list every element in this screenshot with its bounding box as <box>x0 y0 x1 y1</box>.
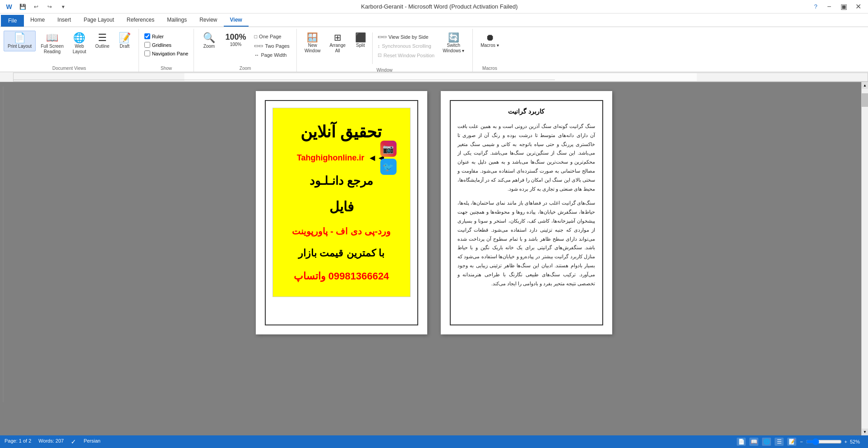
save-quick-btn[interactable]: 💾 <box>17 2 28 12</box>
reset-window-position-button[interactable]: ⊡ Reset Window Position <box>374 51 438 59</box>
switch-windows-button[interactable]: 🔄 SwitchWindows ▾ <box>439 31 468 56</box>
status-bar-left: Page: 1 of 2 Words: 207 ✓ Persian <box>5 438 101 445</box>
show-content: Ruler Gridlines Navigation Pane <box>143 29 190 64</box>
reset-window-label: Reset Window Position <box>383 53 434 58</box>
poster-title: تحقیق آنلاین <box>300 123 382 142</box>
zoom-out-btn[interactable]: − <box>800 439 803 444</box>
scroll-down-arrow[interactable]: ▼ <box>862 429 868 435</box>
tab-references[interactable]: References <box>120 14 161 27</box>
synchronous-scrolling-button[interactable]: ↕ Synchronous Scrolling <box>374 42 438 50</box>
redo-quick-btn[interactable]: ↪ <box>44 2 55 12</box>
scroll-track[interactable] <box>862 89 868 429</box>
split-label: Split <box>356 43 365 48</box>
macros-button[interactable]: ⏺ Macros ▾ <box>476 31 503 50</box>
zoom-slider-input[interactable] <box>806 438 842 445</box>
macros-icon: ⏺ <box>485 33 494 42</box>
one-page-button[interactable]: □ One Page <box>251 32 292 41</box>
full-screen-label: Full ScreenReading <box>41 44 64 55</box>
window-separator <box>372 32 373 64</box>
poster-url: Tahghighonline.ir <box>297 153 365 163</box>
window-content: 🪟 NewWindow ⊞ ArrangeAll ⬛ Split ▭▭ View… <box>300 29 469 66</box>
gridlines-checkbox[interactable]: Gridlines <box>143 41 190 49</box>
tab-view[interactable]: View <box>224 14 249 27</box>
title-bar-left: W 💾 ↩ ↪ ▾ <box>4 2 69 12</box>
show-checkboxes: Ruler Gridlines Navigation Pane <box>143 31 190 57</box>
full-screen-status-btn[interactable]: 📖 <box>749 438 758 446</box>
new-window-button[interactable]: 🪟 NewWindow <box>300 31 325 56</box>
navigation-pane-label: Navigation Pane <box>152 51 189 56</box>
outline-status-btn[interactable]: ☰ <box>775 438 784 446</box>
ruler-check-input[interactable] <box>144 33 150 39</box>
split-button[interactable]: ⬛ Split <box>351 31 370 50</box>
page2-paragraph1: سنگ گرانیت گونه‌ای سنگ آذرین درونی است و… <box>457 122 596 193</box>
ribbon-group-macros: ⏺ Macros ▾ Macros <box>473 29 507 72</box>
outline-button[interactable]: ☰ Outline <box>91 31 114 51</box>
one-page-label: One Page <box>259 34 282 39</box>
switch-windows-icon: 🔄 <box>448 33 459 42</box>
proofing-icon: ✓ <box>71 438 76 445</box>
navigation-pane-checkbox[interactable]: Navigation Pane <box>143 50 190 57</box>
page-info[interactable]: Page: 1 of 2 <box>5 438 31 445</box>
macros-label: Macros ▾ <box>480 43 499 48</box>
window-side-btns: ▭▭ View Side by Side ↕ Synchronous Scrol… <box>374 31 438 59</box>
page2-paragraph2: سنگ‌های گرانیت اغلب در فضاهای باز مانند … <box>457 199 596 288</box>
web-layout-label: WebLayout <box>73 44 86 55</box>
poster-phone: 09981366624 واتساپ <box>294 270 389 282</box>
arrange-all-button[interactable]: ⊞ ArrangeAll <box>325 31 350 56</box>
document-area[interactable]: تحقیق آنلاین Tahghighonline.ir 📷 🐦 ◄◄ مر… <box>6 82 861 435</box>
left-margin-ruler <box>0 82 6 435</box>
100percent-label: 100% <box>230 42 242 47</box>
zoom-in-btn[interactable]: + <box>845 439 847 444</box>
svg-rect-1 <box>185 73 697 82</box>
scroll-thumb[interactable] <box>862 93 868 107</box>
navigation-pane-check-input[interactable] <box>144 50 150 56</box>
two-pages-label: Two Pages <box>265 43 289 49</box>
restore-button[interactable]: ▣ <box>837 2 850 12</box>
two-pages-button[interactable]: ▭▭ Two Pages <box>251 41 292 50</box>
zoom-content: 🔍 Zoom 100% 100% □ One Page ▭▭ Two Pages… <box>198 29 292 64</box>
draft-status-btn[interactable]: 📝 <box>787 438 796 446</box>
view-side-by-side-button[interactable]: ▭▭ View Side by Side <box>374 32 438 41</box>
gridlines-check-input[interactable] <box>144 42 150 48</box>
print-layout-status-btn[interactable]: 📄 <box>737 438 746 446</box>
tab-page-layout[interactable]: Page Layout <box>77 14 120 27</box>
web-layout-status-btn[interactable]: 🌐 <box>762 438 771 446</box>
draft-label: Draft <box>120 44 129 49</box>
close-button[interactable]: ✕ <box>852 2 864 12</box>
page2-content: کاربرد گرانیت سنگ گرانیت گونه‌ای سنگ آذر… <box>457 108 596 288</box>
ribbon-group-show: Ruler Gridlines Navigation Pane Show <box>139 29 194 72</box>
web-layout-button[interactable]: 🌐 WebLayout <box>69 31 90 57</box>
word-count[interactable]: Words: 207 <box>38 438 64 445</box>
tab-mailings[interactable]: Mailings <box>161 14 193 27</box>
help-btn[interactable]: ? <box>810 2 821 12</box>
web-layout-icon: 🌐 <box>73 33 85 43</box>
tab-home[interactable]: Home <box>24 14 51 27</box>
tab-review[interactable]: Review <box>193 14 223 27</box>
reset-window-icon: ⊡ <box>378 52 382 58</box>
tab-insert[interactable]: Insert <box>51 14 77 27</box>
language[interactable]: Persian <box>83 438 100 445</box>
undo-quick-btn[interactable]: ↩ <box>31 2 42 12</box>
100percent-button[interactable]: 100% 100% <box>221 31 250 50</box>
minimize-button[interactable]: − <box>823 2 836 12</box>
ruler <box>13 73 868 82</box>
twitter-icon: 🐦 <box>380 159 397 175</box>
100percent-icon: 100% <box>225 33 246 41</box>
draft-button[interactable]: 📝 Draft <box>115 31 135 51</box>
zoom-label: Zoom <box>203 44 215 49</box>
ribbon-group-zoom: 🔍 Zoom 100% 100% □ One Page ▭▭ Two Pages… <box>194 29 296 72</box>
page-width-button[interactable]: ↔ Page Width <box>251 51 292 59</box>
full-screen-reading-button[interactable]: 📖 Full ScreenReading <box>37 31 68 57</box>
poster-url-row: Tahghighonline.ir 📷 🐦 ◄◄ <box>282 153 401 163</box>
vertical-scrollbar[interactable]: ▲ ▼ <box>861 82 868 435</box>
customize-quick-btn[interactable]: ▾ <box>58 2 69 12</box>
view-side-icon: ▭▭ <box>378 34 387 40</box>
print-layout-icon: 📄 <box>14 33 26 43</box>
page-width-icon: ↔ <box>254 52 259 58</box>
ruler-label: Ruler <box>152 34 164 39</box>
print-layout-button[interactable]: 📄 Print Layout <box>4 31 36 51</box>
tab-file[interactable]: File <box>1 15 24 27</box>
scroll-up-arrow[interactable]: ▲ <box>862 82 868 89</box>
ruler-checkbox[interactable]: Ruler <box>143 32 190 40</box>
zoom-button[interactable]: 🔍 Zoom <box>198 31 220 51</box>
